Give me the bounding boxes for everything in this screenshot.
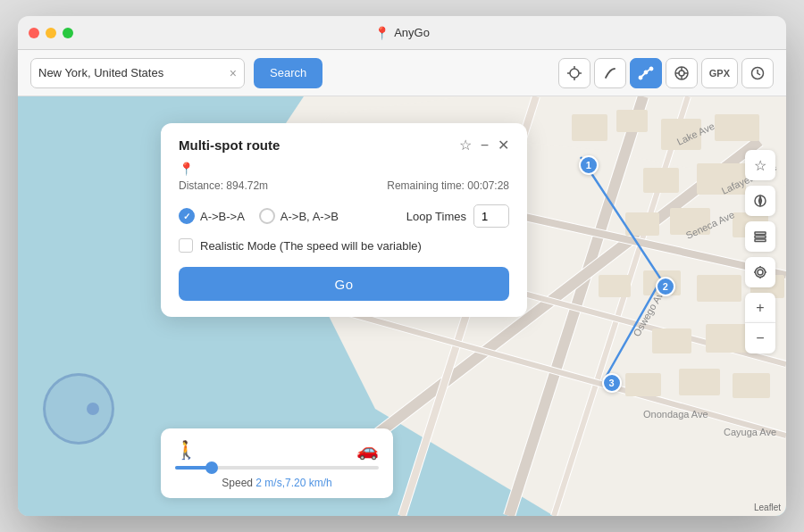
joystick-icon-button[interactable] bbox=[666, 58, 698, 88]
svg-rect-45 bbox=[652, 328, 691, 353]
svg-marker-57 bbox=[759, 196, 762, 201]
right-panel: ☆ bbox=[745, 150, 775, 353]
zoom-group: + − bbox=[745, 293, 775, 353]
svg-rect-59 bbox=[755, 232, 766, 235]
bookmark-button[interactable]: ☆ bbox=[459, 138, 472, 153]
svg-rect-61 bbox=[755, 239, 766, 242]
map-marker-1[interactable]: 1 bbox=[579, 155, 599, 175]
multi-spot-icon-button[interactable] bbox=[630, 58, 662, 88]
svg-rect-41 bbox=[599, 275, 631, 297]
car-icon: 🚗 bbox=[356, 439, 379, 461]
svg-rect-47 bbox=[625, 373, 661, 396]
app-title: 📍 AnyGo bbox=[374, 26, 430, 40]
loop-times-input[interactable] bbox=[473, 204, 509, 228]
svg-point-63 bbox=[756, 268, 766, 278]
minimize-dialog-button[interactable]: − bbox=[481, 138, 489, 153]
dialog-title: Multi-spot route bbox=[179, 137, 280, 153]
svg-point-0 bbox=[570, 69, 579, 78]
svg-rect-32 bbox=[572, 114, 607, 141]
dialog-pin-icon: 📍 bbox=[179, 162, 509, 176]
remaining-label: Remaining time: 00:07:28 bbox=[387, 179, 509, 192]
route-icon-button[interactable] bbox=[594, 58, 626, 88]
app-window: 📍 AnyGo × Search bbox=[18, 16, 786, 516]
route-option-ab-ab[interactable]: A->B, A->B bbox=[259, 208, 339, 224]
toolbar-icons: GPX bbox=[558, 58, 774, 88]
search-container: × bbox=[30, 58, 245, 88]
speed-value: 2 m/s,7.20 km/h bbox=[255, 477, 331, 489]
svg-rect-49 bbox=[733, 373, 770, 398]
svg-marker-58 bbox=[759, 201, 762, 205]
close-dialog-button[interactable]: ✕ bbox=[498, 138, 509, 153]
titlebar: 📍 AnyGo bbox=[18, 16, 786, 50]
toolbar: × Search bbox=[18, 50, 786, 96]
my-location-button[interactable] bbox=[745, 257, 775, 287]
go-button[interactable]: Go bbox=[179, 267, 509, 301]
history-button[interactable] bbox=[741, 58, 774, 88]
radio-ab-a-circle bbox=[179, 208, 195, 224]
svg-rect-43 bbox=[697, 275, 741, 302]
svg-text:Cayuga Ave: Cayuga Ave bbox=[724, 427, 776, 437]
clear-button[interactable]: × bbox=[230, 67, 237, 79]
map-marker-2[interactable]: 2 bbox=[656, 277, 675, 296]
zoom-out-button[interactable]: − bbox=[745, 323, 775, 353]
svg-rect-35 bbox=[715, 114, 759, 141]
speed-panel: 🚶 🚗 Speed 2 m/s,7.20 km/h bbox=[161, 428, 393, 498]
radio-ab-ab-circle bbox=[259, 208, 275, 224]
map-area[interactable]: Lake Ave Lafayette Ave Oswego Ave Seneca… bbox=[18, 96, 786, 516]
speed-label: Speed 2 m/s,7.20 km/h bbox=[175, 477, 379, 489]
maximize-button[interactable] bbox=[63, 28, 73, 38]
map-marker-3[interactable]: 3 bbox=[602, 373, 622, 393]
svg-rect-36 bbox=[643, 168, 679, 193]
traffic-lights bbox=[29, 28, 73, 38]
svg-point-62 bbox=[758, 270, 763, 275]
joystick-dot bbox=[87, 403, 99, 415]
compass-button[interactable] bbox=[745, 186, 775, 216]
distance-label: Distance: 894.72m bbox=[179, 179, 268, 192]
pin-icon: 📍 bbox=[374, 26, 389, 40]
speed-slider-thumb[interactable] bbox=[205, 461, 218, 474]
route-options: A->B->A A->B, A->B Loop Times bbox=[179, 204, 509, 228]
speed-icons: 🚶 🚗 bbox=[175, 439, 379, 461]
search-button[interactable]: Search bbox=[254, 58, 322, 88]
svg-point-5 bbox=[639, 76, 641, 79]
svg-point-9 bbox=[679, 71, 684, 76]
svg-rect-48 bbox=[679, 369, 720, 395]
svg-rect-33 bbox=[616, 110, 648, 132]
crosshair-icon-button[interactable] bbox=[558, 58, 590, 88]
minimize-button[interactable] bbox=[46, 28, 56, 38]
walk-icon: 🚶 bbox=[175, 439, 197, 461]
svg-rect-60 bbox=[755, 236, 766, 238]
loop-times: Loop Times bbox=[406, 204, 509, 228]
svg-rect-46 bbox=[706, 324, 749, 353]
search-input[interactable] bbox=[38, 66, 224, 79]
dialog-info: Distance: 894.72m Remaining time: 00:07:… bbox=[179, 179, 509, 192]
map-layers-button[interactable] bbox=[745, 221, 775, 252]
svg-text:Onondaga Ave: Onondaga Ave bbox=[643, 409, 708, 420]
joystick[interactable] bbox=[43, 373, 114, 445]
dialog-controls: ☆ − ✕ bbox=[459, 138, 509, 153]
route-dialog: Multi-spot route ☆ − ✕ 📍 Distance: 894.7… bbox=[161, 123, 527, 317]
gpx-button[interactable]: GPX bbox=[701, 58, 738, 88]
svg-point-6 bbox=[644, 71, 647, 73]
zoom-in-button[interactable]: + bbox=[745, 293, 775, 323]
route-option-ab-a[interactable]: A->B->A bbox=[179, 208, 245, 224]
speed-slider-track[interactable] bbox=[175, 466, 379, 470]
svg-point-7 bbox=[649, 67, 652, 70]
dialog-header: Multi-spot route ☆ − ✕ bbox=[179, 137, 509, 153]
close-button[interactable] bbox=[29, 28, 39, 38]
realistic-mode-checkbox[interactable] bbox=[179, 238, 193, 253]
star-button[interactable]: ☆ bbox=[745, 150, 775, 180]
leaflet-credit: Leaflet bbox=[754, 503, 781, 512]
gpx-label: GPX bbox=[709, 68, 730, 79]
realistic-mode[interactable]: Realistic Mode (The speed will be variab… bbox=[179, 238, 509, 253]
